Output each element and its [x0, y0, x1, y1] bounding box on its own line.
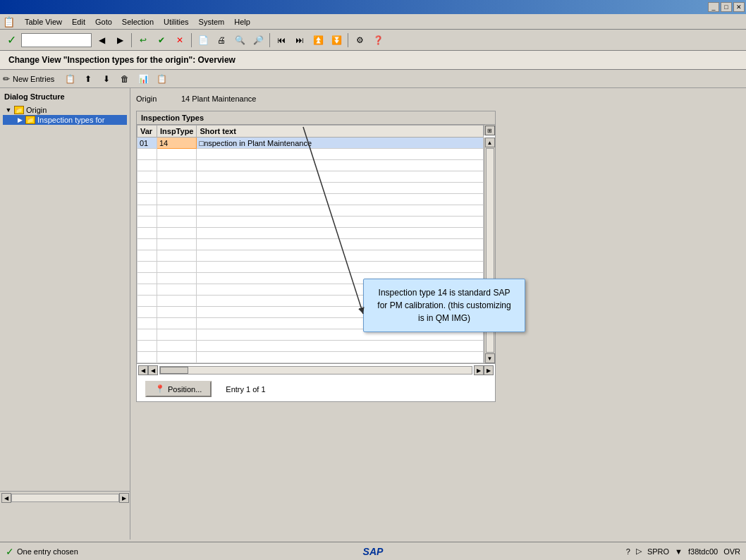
table-row[interactable]: [137, 183, 484, 194]
cell-var[interactable]: [137, 228, 157, 239]
cell-var[interactable]: [137, 250, 157, 262]
cell-var[interactable]: [137, 239, 157, 250]
close-button[interactable]: ✕: [733, 2, 745, 12]
scroll-down-button[interactable]: ▼: [485, 353, 495, 363]
cell-insptype[interactable]: [157, 228, 197, 239]
status-dropdown[interactable]: ▼: [675, 547, 683, 556]
copy-entries-button[interactable]: 📋: [61, 71, 78, 87]
sidebar-scroll-track[interactable]: [11, 494, 119, 502]
cell-var[interactable]: [137, 318, 157, 329]
cell-insptype[interactable]: [157, 183, 197, 194]
find-button[interactable]: 🔍: [231, 32, 248, 49]
menu-tableview[interactable]: Table View: [20, 16, 66, 28]
table-row[interactable]: [137, 250, 484, 262]
h-scroll-right2[interactable]: ▶: [484, 365, 494, 375]
table-row[interactable]: 0114□nspection in Plant Maintenance: [137, 138, 484, 149]
cell-insptype[interactable]: [157, 341, 197, 352]
cell-shorttext[interactable]: [197, 228, 484, 239]
refresh-button[interactable]: ↩: [135, 32, 152, 49]
last-button[interactable]: ⏭: [291, 32, 308, 49]
new-entries-button[interactable]: New Entries: [13, 75, 54, 83]
scroll-up-button[interactable]: ▲: [485, 138, 495, 147]
cell-shorttext[interactable]: [197, 217, 484, 228]
menu-utilities[interactable]: Utilities: [159, 16, 192, 28]
cell-insptype[interactable]: [157, 307, 197, 318]
cell-insptype[interactable]: [157, 171, 197, 183]
prev-button[interactable]: ◀: [93, 32, 110, 49]
sidebar-scroll-bar[interactable]: ◀ ▶: [0, 491, 130, 504]
print-button[interactable]: 🖨: [213, 32, 230, 49]
cell-var[interactable]: [137, 160, 157, 171]
cell-insptype[interactable]: [157, 273, 197, 284]
cell-var[interactable]: [137, 262, 157, 273]
sidebar-item-inspection[interactable]: ▶ 📁 Inspection types for: [3, 115, 127, 125]
cell-var[interactable]: [137, 329, 157, 341]
find-next-button[interactable]: 🔎: [250, 32, 267, 49]
cell-insptype[interactable]: [157, 149, 197, 160]
next-button[interactable]: ▶: [111, 32, 128, 49]
pagedown-button[interactable]: ⏬: [328, 32, 345, 49]
cell-insptype[interactable]: [157, 205, 197, 217]
table-row[interactable]: [137, 239, 484, 250]
cell-shorttext[interactable]: □nspection in Plant Maintenance: [197, 138, 484, 149]
cell-var[interactable]: [137, 205, 157, 217]
menu-help[interactable]: Help: [230, 16, 255, 28]
position-button[interactable]: 📍 Position...: [145, 381, 212, 397]
menu-system[interactable]: System: [195, 16, 229, 28]
command-input[interactable]: [21, 33, 92, 47]
settings-button[interactable]: ⚙: [351, 32, 368, 49]
ok-button[interactable]: ✔: [153, 32, 170, 49]
maximize-button[interactable]: □: [721, 2, 732, 12]
cell-var[interactable]: [137, 307, 157, 318]
table-row[interactable]: [137, 228, 484, 239]
pageup-button[interactable]: ⏫: [310, 32, 326, 49]
cell-insptype[interactable]: [157, 318, 197, 329]
help-toolbar-button[interactable]: ❓: [369, 32, 386, 49]
cell-insptype[interactable]: [157, 160, 197, 171]
h-scroll-left2[interactable]: ◀: [148, 365, 158, 375]
h-scroll-left[interactable]: ◀: [138, 365, 148, 375]
cell-var[interactable]: [137, 171, 157, 183]
cell-shorttext[interactable]: [197, 160, 484, 171]
table-row[interactable]: [137, 352, 484, 363]
cell-insptype[interactable]: [157, 296, 197, 307]
table-row[interactable]: [137, 149, 484, 160]
cell-insptype[interactable]: [157, 194, 197, 205]
cancel-toolbar-button[interactable]: ✕: [171, 32, 188, 49]
cell-var[interactable]: [137, 341, 157, 352]
detail-button[interactable]: 📊: [135, 71, 152, 87]
cell-insptype[interactable]: 14: [157, 138, 197, 149]
cell-insptype[interactable]: [157, 329, 197, 341]
cell-var[interactable]: [137, 273, 157, 284]
move-down-button[interactable]: ⬇: [98, 71, 115, 87]
cell-var[interactable]: [137, 194, 157, 205]
sidebar-scroll-left[interactable]: ◀: [1, 493, 11, 503]
table-row[interactable]: [137, 171, 484, 183]
table-row[interactable]: [137, 194, 484, 205]
table-row[interactable]: [137, 160, 484, 171]
cell-insptype[interactable]: [157, 217, 197, 228]
cell-shorttext[interactable]: [197, 205, 484, 217]
table-row[interactable]: [137, 217, 484, 228]
cell-shorttext[interactable]: [197, 194, 484, 205]
cell-insptype[interactable]: [157, 284, 197, 296]
h-scroll-right[interactable]: ▶: [474, 365, 484, 375]
title-bar-buttons[interactable]: _ □ ✕: [708, 2, 745, 12]
cell-shorttext[interactable]: [197, 171, 484, 183]
cell-shorttext[interactable]: [197, 239, 484, 250]
cell-var[interactable]: [137, 183, 157, 194]
first-button[interactable]: ⏮: [273, 32, 290, 49]
cell-insptype[interactable]: [157, 239, 197, 250]
minimize-button[interactable]: _: [708, 2, 719, 12]
cell-shorttext[interactable]: [197, 149, 484, 160]
cell-insptype[interactable]: [157, 262, 197, 273]
table-row[interactable]: [137, 341, 484, 352]
cell-insptype[interactable]: [157, 250, 197, 262]
cell-var[interactable]: [137, 149, 157, 160]
cell-shorttext[interactable]: [197, 250, 484, 262]
cell-shorttext[interactable]: [197, 183, 484, 194]
menu-goto[interactable]: Goto: [91, 16, 116, 28]
more-button[interactable]: 📋: [153, 71, 170, 87]
table-row[interactable]: [137, 262, 484, 273]
table-scroll-icon[interactable]: ⊞: [485, 126, 495, 135]
